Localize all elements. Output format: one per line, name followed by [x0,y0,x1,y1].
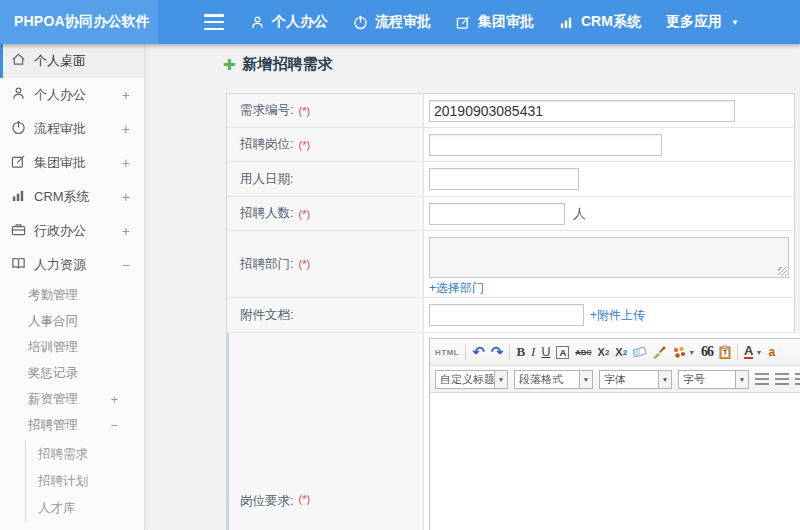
italic-button[interactable]: I [531,344,535,360]
expand-plus-icon[interactable]: + [122,189,130,205]
field-label-cell: 用人日期: [227,162,424,196]
clipboard-icon: T [719,345,731,359]
unit-suffix: 人 [573,205,586,223]
custom-title-select[interactable]: 自定义标题 ▼ [435,370,508,389]
nav-process-approval[interactable]: 流程审批 [353,13,431,31]
sidebar-item-personal-office[interactable]: 个人办公 + [0,78,144,112]
headcount-input[interactable] [429,203,565,225]
sidebar-item-recruitment[interactable]: 招聘管理 − [0,412,144,438]
color-palette-button[interactable]: ▼ [672,346,695,359]
collapse-minus-icon[interactable]: − [110,418,118,433]
align-right-icon[interactable] [795,373,800,385]
sidebar-item-group-approval[interactable]: 集团审批 + [0,146,144,180]
sidebar-item-training[interactable]: 培训管理 [0,334,144,360]
undo-button[interactable]: ↶ [472,345,485,359]
hire-date-input[interactable] [429,168,579,190]
align-left-icon[interactable] [755,373,769,385]
nav-more-apps[interactable]: 更多应用 ▼ [666,13,739,31]
expand-plus-icon[interactable]: + [122,87,130,103]
bold-button[interactable]: B [516,344,525,360]
expand-plus-icon[interactable]: + [122,223,130,239]
attachment-input[interactable] [429,304,584,326]
source-code-button[interactable]: HTML [435,348,459,357]
expand-plus-icon[interactable]: + [122,155,130,171]
app-logo[interactable]: PHPOA协同办公软件 [0,0,158,44]
person-icon [250,15,265,30]
sidebar-item-attendance[interactable]: 考勤管理 [0,282,144,308]
paragraph-format-select[interactable]: 段落格式 ▼ [514,370,593,389]
expand-plus-icon[interactable]: + [110,392,118,407]
edit-pen-icon [11,154,26,172]
sidebar-item-crm-system[interactable]: CRM系统 + [0,180,144,214]
sidebar-item-rewards[interactable]: 奖惩记录 [0,360,144,386]
sidebar-item-recruit-demand[interactable]: 招聘需求 [26,441,144,468]
chevron-down-icon: ▼ [688,349,695,356]
sidebar-item-process-approval[interactable]: 流程审批 + [0,112,144,146]
sidebar-subitem-label: 奖惩记录 [28,365,78,382]
nav-crm-system[interactable]: CRM系统 [559,13,641,31]
upload-attachment-link[interactable]: +附件上传 [590,307,645,324]
sidebar-item-label: 流程审批 [34,120,86,138]
sidebar-item-hr-contract[interactable]: 人事合同 [0,308,144,334]
subscript-button[interactable]: X2 [615,346,627,358]
sidebar-subitem-label: 培训管理 [28,339,78,356]
font-color-a: A [744,345,753,359]
redo-button[interactable]: ↷ [491,345,504,359]
field-label: 招聘人数: [240,205,293,222]
format-brush-button[interactable] [652,345,666,359]
chevron-down-icon: ▼ [579,371,592,388]
hamburger-menu-icon[interactable] [204,14,224,30]
collapse-minus-icon[interactable]: − [122,257,130,273]
editor-content-area[interactable] [430,393,800,530]
rich-text-editor: HTML ↶ ↷ B I U A ABC X2 X2 [429,338,800,530]
sidebar-item-label: 个人桌面 [34,52,86,70]
sidebar-item-recruit-plan[interactable]: 招聘计划 [26,468,144,495]
sidebar-item-salary[interactable]: 薪资管理 + [0,386,144,412]
select-department-link[interactable]: +选择部门 [429,280,484,297]
field-label: 附件文档: [240,307,293,324]
align-center-icon[interactable] [775,373,789,385]
sidebar-item-admin-office[interactable]: 行政办公 + [0,214,144,248]
nav-label: 更多应用 [666,13,722,31]
department-textarea[interactable] [429,237,789,278]
paste-text-button[interactable]: T [719,345,731,359]
field-label-cell: 需求编号: (*) [227,94,424,127]
eraser-button[interactable] [633,348,646,356]
sidebar-item-personal-desktop[interactable]: 个人桌面 [0,44,144,78]
font-color-button[interactable]: A ▼ [744,345,762,359]
sidebar-item-human-resources[interactable]: 人力资源 − [0,248,144,282]
font-border-button[interactable]: A [556,346,569,359]
field-label-cell: 招聘部门: (*) [227,231,424,297]
nav-group-approval[interactable]: 集团审批 [456,13,534,31]
required-marker: (*) [298,208,310,220]
editor-toolbar-row-2: 自定义标题 ▼ 段落格式 ▼ 字体 ▼ [430,366,800,393]
nav-personal-office[interactable]: 个人办公 [250,13,328,31]
bar-chart-icon [11,188,26,206]
recruitment-submenu: 招聘需求 招聘计划 人才库 [25,441,144,522]
demand-code-input[interactable] [429,100,735,122]
select-value: 字体 [600,371,658,388]
underline-button[interactable]: U [541,345,550,359]
recruit-position-input[interactable] [429,134,662,156]
strikethrough-button[interactable]: ABC [575,348,591,357]
resize-grip-icon[interactable] [778,267,787,276]
sidebar-subitem-label: 人事合同 [28,313,78,330]
auto-format-button[interactable]: a [768,345,775,359]
sidebar: 个人桌面 个人办公 + 流程审批 + [0,44,145,530]
open-book-icon [11,256,26,274]
field-label: 岗位要求: [240,493,293,510]
required-marker: (*) [298,105,310,117]
main-content: ✚ 新增招聘需求 需求编号: (*) 招聘岗位: (*) [145,44,800,530]
font-size-select[interactable]: 字号 ▼ [678,370,749,389]
toolbar-separator [509,344,510,360]
blockquote-button[interactable]: 66 [701,344,713,360]
form-row-attachment: 附件文档: +附件上传 [227,298,795,333]
chevron-down-icon: ▼ [731,18,739,27]
font-family-select[interactable]: 字体 ▼ [599,370,672,389]
sidebar-item-talent-pool[interactable]: 人才库 [26,495,144,522]
expand-plus-icon[interactable]: + [122,121,130,137]
paste-t-glyph: T [723,349,727,356]
select-value: 段落格式 [515,371,579,388]
required-marker: (*) [298,258,310,270]
superscript-button[interactable]: X2 [598,346,610,358]
